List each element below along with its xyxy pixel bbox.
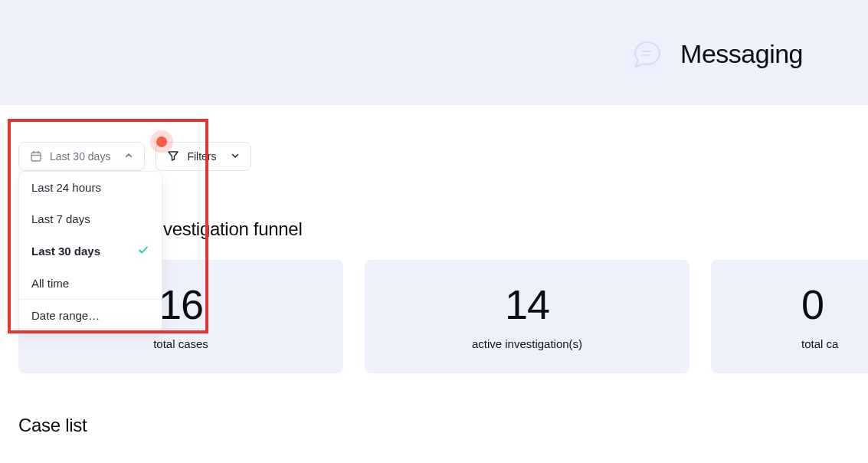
filters-dropdown[interactable]: Filters: [156, 142, 251, 171]
messaging-icon: [631, 38, 663, 71]
check-icon: [137, 244, 149, 258]
date-option-alltime[interactable]: All time: [19, 268, 162, 299]
date-option-custom[interactable]: Date range…: [19, 300, 162, 331]
date-option-label: Last 30 days: [31, 245, 100, 258]
svg-rect-2: [31, 153, 41, 161]
funnel-card-third: 0 total ca: [711, 260, 868, 373]
card-value: 16: [159, 284, 203, 325]
date-range-label: Last 30 days: [50, 150, 110, 163]
date-option-label: Date range…: [31, 309, 100, 322]
filters-label: Filters: [187, 150, 216, 163]
page-title: Messaging: [680, 39, 803, 69]
date-range-menu: Last 24 hours Last 7 days Last 30 days A…: [18, 171, 162, 332]
date-option-label: All time: [31, 277, 69, 290]
card-label: total cases: [153, 337, 208, 350]
chevron-up-icon: [124, 150, 133, 163]
date-option-label: Last 7 days: [31, 212, 90, 225]
card-label: active investigation(s): [472, 337, 582, 350]
date-option-30d[interactable]: Last 30 days: [19, 235, 162, 268]
card-value: 14: [505, 284, 549, 325]
date-option-label: Last 24 hours: [31, 181, 101, 194]
card-label: total ca: [801, 337, 838, 350]
page-header: Messaging: [0, 3, 868, 105]
funnel-section-title: nvestigation funnel: [153, 218, 868, 240]
case-list-title: Case list: [18, 415, 868, 436]
date-option-24h[interactable]: Last 24 hours: [19, 172, 162, 203]
date-option-7d[interactable]: Last 7 days: [19, 203, 162, 235]
calendar-icon: [30, 150, 42, 163]
funnel-card-active-investigations: 14 active investigation(s): [365, 260, 689, 373]
filter-icon: [167, 149, 179, 164]
card-value: 0: [801, 284, 824, 325]
chevron-down-icon: [231, 150, 240, 163]
controls-row: Last 30 days Filters Last 24 hours Last …: [0, 105, 868, 171]
date-range-dropdown[interactable]: Last 30 days: [18, 142, 145, 171]
